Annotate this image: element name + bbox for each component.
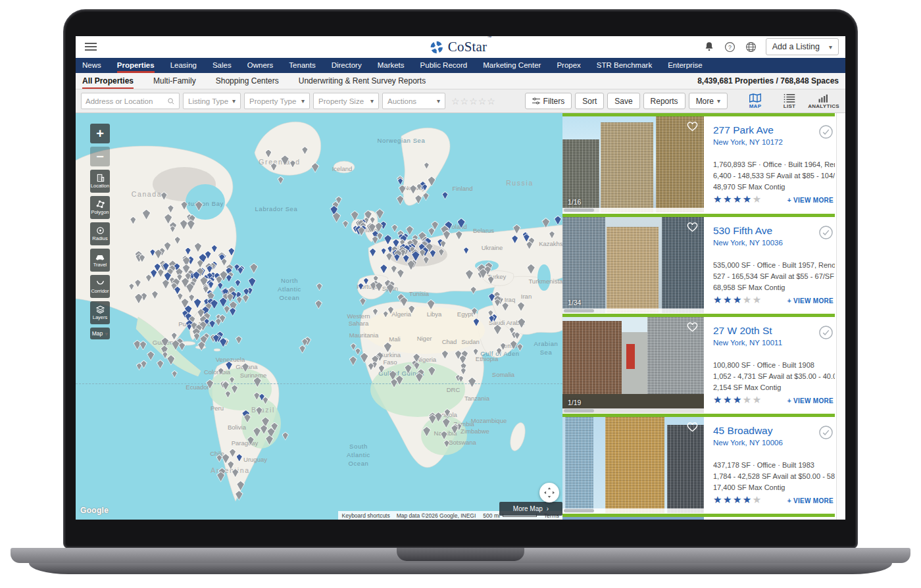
map-type-button[interactable]: Map bbox=[90, 328, 110, 339]
property-photo[interactable]: 1/16 bbox=[562, 116, 704, 212]
more-label: More bbox=[696, 97, 714, 106]
view-more-link[interactable]: + VIEW MORE bbox=[787, 297, 834, 305]
zoom-in-button[interactable]: + bbox=[90, 124, 110, 143]
subnav-underwriting[interactable]: Underwriting & Rent Survey Reports bbox=[299, 76, 426, 86]
subnav-shopping-centers[interactable]: Shopping Centers bbox=[216, 76, 279, 86]
nav-item-enterprise[interactable]: Enterprise bbox=[668, 58, 702, 73]
photo-carousel-scrollbar[interactable] bbox=[562, 308, 704, 313]
costar-logo: CoStar™ bbox=[430, 39, 492, 55]
filters-button[interactable]: Filters bbox=[525, 93, 572, 109]
property-rating-stars: ★★★★★ bbox=[713, 193, 762, 205]
keyboard-shortcuts-link[interactable]: Keyboard shortcuts bbox=[338, 511, 393, 520]
reports-label: Reports bbox=[651, 97, 678, 106]
view-more-link[interactable]: + VIEW MORE bbox=[787, 197, 834, 204]
travel-tool-button[interactable]: Travel bbox=[90, 249, 110, 272]
help-icon[interactable]: ? bbox=[724, 40, 737, 53]
nav-item-str-benchmark[interactable]: STR Benchmark bbox=[597, 58, 652, 73]
map-expand-button[interactable] bbox=[539, 483, 559, 502]
favorite-heart-icon[interactable] bbox=[687, 222, 698, 232]
add-listing-label: Add a Listing bbox=[772, 42, 820, 51]
property-details: 437,178 SF · Office · Built 1983 1,784 -… bbox=[713, 460, 835, 493]
main-nav: News Properties Leasing Sales Owners Ten… bbox=[76, 58, 845, 73]
radius-tool-button[interactable]: Radius bbox=[90, 222, 110, 245]
notifications-bell-icon[interactable] bbox=[703, 40, 716, 53]
view-more-link[interactable]: + VIEW MORE bbox=[787, 497, 834, 504]
property-photo[interactable] bbox=[562, 517, 704, 520]
property-title-link[interactable]: 27 W 20th St bbox=[713, 325, 835, 337]
property-detail-line: 437,178 SF · Office · Built 1983 bbox=[713, 460, 835, 471]
rating-filter-stars[interactable]: ☆☆☆☆☆ bbox=[451, 96, 496, 107]
nav-item-tenants[interactable]: Tenants bbox=[289, 58, 315, 73]
property-photo[interactable]: 1/19 bbox=[562, 317, 704, 413]
globe-language-icon[interactable] bbox=[745, 40, 758, 53]
favorite-heart-icon[interactable] bbox=[687, 422, 698, 432]
select-checkmark-icon[interactable] bbox=[818, 325, 834, 340]
nav-item-markets[interactable]: Markets bbox=[378, 58, 405, 73]
view-toggle-map[interactable]: MAP bbox=[741, 93, 769, 109]
property-title-link[interactable]: 45 Broadway bbox=[713, 425, 835, 437]
nav-item-propex[interactable]: Propex bbox=[557, 58, 580, 73]
more-button[interactable]: More bbox=[689, 93, 728, 109]
location-tool-button[interactable]: Location bbox=[90, 170, 110, 193]
favorite-heart-icon[interactable] bbox=[687, 122, 698, 132]
nav-item-sales[interactable]: Sales bbox=[212, 58, 232, 73]
nav-item-public-record[interactable]: Public Record bbox=[420, 58, 468, 73]
add-listing-button[interactable]: Add a Listing bbox=[766, 38, 839, 55]
nav-item-properties[interactable]: Properties bbox=[117, 58, 155, 73]
property-card[interactable]: 1/16 277 Park Ave New York, NY 10172 1,7… bbox=[562, 113, 835, 212]
corridor-tool-button[interactable]: Corridor bbox=[90, 275, 110, 298]
property-card[interactable]: 1/19 27 W 20th St New York, NY 10011 100… bbox=[562, 314, 835, 413]
panel-scrollbar[interactable] bbox=[836, 113, 845, 520]
select-checkmark-icon[interactable] bbox=[818, 425, 834, 440]
photo-carousel-scrollbar[interactable] bbox=[562, 208, 704, 212]
select-checkmark-icon[interactable] bbox=[818, 124, 834, 139]
property-card[interactable]: 1/34 530 Fifth Ave New York, NY 10036 53… bbox=[562, 214, 835, 313]
auctions-dropdown[interactable]: Auctions bbox=[382, 93, 445, 109]
polygon-tool-button[interactable]: Polygon bbox=[90, 196, 110, 219]
property-photo[interactable] bbox=[562, 417, 704, 513]
subnav-all-properties[interactable]: All Properties bbox=[82, 76, 134, 86]
subnav-multi-family[interactable]: Multi-Family bbox=[153, 76, 196, 86]
property-title-link[interactable]: 277 Park Ave bbox=[713, 124, 835, 136]
property-photo[interactable]: 1/34 bbox=[562, 217, 704, 313]
property-card[interactable]: 45 Broadway New York, NY 10006 437,178 S… bbox=[562, 414, 835, 513]
layers-icon bbox=[96, 305, 105, 314]
layers-tool-button[interactable]: Layers bbox=[90, 301, 110, 324]
select-checkmark-icon[interactable] bbox=[818, 519, 834, 520]
nav-item-marketing-center[interactable]: Marketing Center bbox=[483, 58, 541, 73]
view-toggle-list[interactable]: LIST bbox=[776, 93, 803, 109]
property-details: 1,760,893 SF · Office · Built 1964, Reno… bbox=[713, 159, 835, 193]
zoom-out-button[interactable]: − bbox=[90, 147, 110, 166]
world-map[interactable]: Norwegian SeaHudson BayLabrador SeaNorth… bbox=[76, 113, 562, 520]
top-header: CoStar™ ? Add a Listing bbox=[76, 36, 845, 58]
property-title-link[interactable]: 530 Fifth Ave bbox=[713, 225, 835, 237]
map-view-icon bbox=[749, 93, 761, 103]
more-map-label: More Map bbox=[513, 505, 543, 512]
view-toggle-analytics[interactable]: ANALYTICS bbox=[810, 93, 837, 109]
save-button[interactable]: Save bbox=[607, 93, 639, 109]
search-input[interactable] bbox=[86, 97, 167, 105]
property-type-dropdown[interactable]: Property Type bbox=[244, 93, 310, 109]
nav-item-leasing[interactable]: Leasing bbox=[170, 58, 197, 73]
property-detail-line: 6,400 - 148,533 SF Avail at $85 - 104/SF… bbox=[713, 170, 835, 182]
property-card-partial[interactable] bbox=[562, 514, 835, 520]
listing-type-label: Listing Type bbox=[188, 97, 228, 105]
listing-type-dropdown[interactable]: Listing Type bbox=[183, 93, 241, 109]
more-map-button[interactable]: More Map › bbox=[499, 502, 562, 516]
photo-carousel-scrollbar[interactable] bbox=[562, 408, 704, 413]
property-detail-line: 1,784 - 42,528 SF Avail at $50.00 - 58.0… bbox=[713, 471, 835, 482]
list-view-icon bbox=[784, 93, 795, 103]
property-size-dropdown[interactable]: Property Size bbox=[313, 93, 379, 109]
photo-carousel-scrollbar[interactable] bbox=[562, 508, 704, 513]
hamburger-menu-icon[interactable] bbox=[85, 43, 97, 51]
nav-item-directory[interactable]: Directory bbox=[332, 58, 362, 73]
location-search[interactable] bbox=[81, 93, 180, 109]
favorite-heart-icon[interactable] bbox=[687, 322, 698, 332]
laptop-mockup: CoStar™ ? Add a Listing News Properti bbox=[0, 0, 921, 588]
select-checkmark-icon[interactable] bbox=[818, 225, 834, 240]
nav-item-owners[interactable]: Owners bbox=[247, 58, 274, 73]
sort-button[interactable]: Sort bbox=[575, 93, 604, 109]
reports-button[interactable]: Reports bbox=[643, 93, 685, 109]
view-more-link[interactable]: + VIEW MORE bbox=[787, 397, 834, 404]
nav-item-news[interactable]: News bbox=[82, 58, 101, 73]
